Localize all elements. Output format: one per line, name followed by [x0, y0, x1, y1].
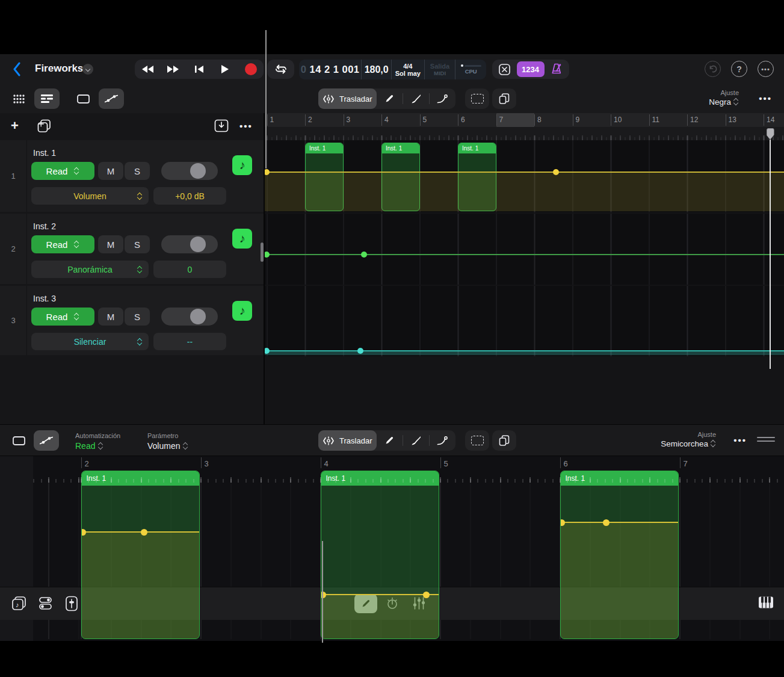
mute-button[interactable]: M	[98, 235, 123, 253]
parameter-select[interactable]: Panorámica	[31, 261, 149, 278]
tracks-view-button[interactable]	[34, 88, 60, 109]
copy-paste-button[interactable]	[492, 88, 516, 109]
project-menu-button[interactable]	[82, 64, 93, 75]
curve-tool-button[interactable]	[430, 430, 455, 451]
automation-mode-button[interactable]: Read	[31, 308, 94, 326]
move-tool-button[interactable]: Trasladar	[318, 88, 377, 109]
count-in-button[interactable]: 1234	[517, 61, 545, 77]
more-button-editor[interactable]: •••	[733, 435, 747, 445]
cpu-meter-dot	[461, 64, 463, 67]
automation-line[interactable]	[265, 172, 784, 173]
more-button-track-panel[interactable]: •••	[239, 121, 253, 131]
curve-tool-button[interactable]	[430, 88, 455, 109]
parameter-select[interactable]: Silenciar	[31, 333, 149, 350]
no-count-in-icon[interactable]	[498, 63, 511, 76]
track-toggle[interactable]	[161, 162, 218, 180]
copy-paste-button[interactable]	[492, 430, 516, 451]
pencil-tool-button[interactable]	[377, 430, 403, 451]
automation-point[interactable]	[361, 252, 367, 258]
automation-lane[interactable]	[265, 286, 784, 356]
automation-point[interactable]	[357, 348, 363, 354]
move-tool-button[interactable]: Trasladar	[318, 430, 377, 451]
track-header-row[interactable]: 1Inst. 1ReadMS♪Volumen+0,0 dB	[0, 140, 264, 212]
help-button[interactable]: ?	[731, 61, 747, 77]
solo-button[interactable]: S	[125, 162, 150, 180]
midi-region[interactable]: Inst. 1	[81, 471, 200, 639]
regions-mode-button[interactable]	[70, 88, 96, 109]
solo-button[interactable]: S	[125, 235, 150, 253]
automation-line[interactable]	[321, 594, 439, 595]
automation-lane[interactable]: Inst. 1Inst. 1Inst. 1	[265, 140, 784, 212]
automation-point[interactable]	[553, 169, 559, 175]
mute-button[interactable]: M	[98, 308, 123, 326]
snap-setting-main[interactable]: Ajuste Negra	[709, 89, 739, 107]
automation-point[interactable]	[560, 519, 565, 526]
back-icon[interactable]	[12, 62, 22, 76]
automation-lane[interactable]	[265, 214, 784, 285]
loops-browser-button[interactable]: ♪	[11, 596, 26, 611]
automation-mode-select[interactable]: Read	[75, 441, 103, 451]
undo-button[interactable]	[705, 61, 721, 77]
track-header-row[interactable]: 3Inst. 3ReadMS♪Silenciar--	[0, 286, 264, 355]
automation-point[interactable]	[321, 592, 326, 598]
smart-controls-button[interactable]	[38, 596, 53, 611]
automation-point[interactable]	[81, 529, 86, 536]
automation-line[interactable]	[265, 254, 784, 255]
brush-icon	[411, 94, 421, 104]
browser-grid-button[interactable]	[6, 88, 31, 109]
midi-region[interactable]: Inst. 1	[560, 471, 679, 639]
automation-mode-button[interactable]	[99, 88, 124, 109]
mute-button[interactable]: M	[98, 162, 123, 180]
brush-tool-button[interactable]	[403, 430, 429, 451]
instrument-note-icon[interactable]: ♪	[232, 229, 252, 249]
track-toggle[interactable]	[161, 235, 218, 253]
cycle-button[interactable]	[267, 60, 294, 79]
instrument-note-icon[interactable]: ♪	[232, 155, 252, 175]
automation-mode-button[interactable]: Read	[31, 162, 94, 180]
keyboard-button[interactable]	[758, 596, 774, 609]
go-to-beginning-button[interactable]	[187, 60, 212, 79]
automation-point[interactable]	[141, 529, 147, 536]
parameter-select[interactable]: Volumen	[147, 441, 188, 451]
solo-button[interactable]: S	[125, 308, 150, 326]
metronome-icon[interactable]	[550, 63, 563, 76]
automation-editor[interactable]: 234567Inst. 1Inst. 1Inst. 1	[0, 456, 784, 641]
editor-automation-button[interactable]	[34, 430, 59, 451]
automation-line[interactable]	[265, 350, 784, 351]
automation-point[interactable]	[603, 519, 610, 526]
editor-regions-button[interactable]	[6, 430, 31, 451]
automation-mode-button[interactable]: Read	[31, 235, 94, 253]
midi-region[interactable]: Inst. 1	[321, 471, 439, 639]
add-track-button[interactable]: +	[11, 118, 19, 134]
instrument-note-icon[interactable]: ♪	[232, 301, 252, 321]
parameter-select[interactable]: Volumen	[31, 187, 149, 205]
automation-line[interactable]	[561, 522, 678, 523]
track-toggle[interactable]	[161, 308, 218, 326]
project-title[interactable]: Fireworks	[35, 63, 83, 75]
pencil-tool-button[interactable]	[377, 88, 403, 109]
bar-ruler[interactable]: 1234567891011121314	[265, 113, 784, 127]
more-button-header[interactable]: •••	[758, 61, 774, 77]
snap-setting-editor[interactable]: Ajuste Semicorchea	[661, 431, 716, 448]
panel-drag-handle[interactable]	[757, 437, 775, 443]
mixer-fader-button[interactable]	[65, 596, 78, 611]
timeline[interactable]: 1234567891011121314Inst. 1Inst. 1Inst. 1	[265, 113, 784, 424]
track-header-row[interactable]: 2Inst. 2ReadMS♪Panorámica0	[0, 214, 264, 284]
fast-forward-button[interactable]	[161, 60, 187, 79]
more-button-viewbar[interactable]: •••	[759, 93, 772, 104]
marquee-select-button[interactable]	[465, 88, 489, 109]
rewind-button[interactable]	[135, 60, 161, 79]
lcd-display[interactable]: 0 14 2 1 001 180,0 4/4Sol may SalidaMIDI…	[299, 60, 486, 79]
marquee-select-button[interactable]	[465, 430, 489, 451]
bar-line-tick	[267, 114, 268, 126]
duplicate-track-button[interactable]	[37, 119, 51, 133]
pencil-icon	[384, 94, 394, 104]
record-button[interactable]	[238, 60, 264, 79]
brush-tool-button[interactable]	[403, 88, 429, 109]
panel-scrollbar[interactable]	[261, 243, 264, 262]
import-track-button[interactable]	[214, 119, 229, 132]
updown-chevron-icon	[97, 441, 103, 451]
pencil-icon	[384, 436, 394, 445]
automation-point[interactable]	[423, 592, 430, 598]
play-button[interactable]	[212, 60, 238, 79]
